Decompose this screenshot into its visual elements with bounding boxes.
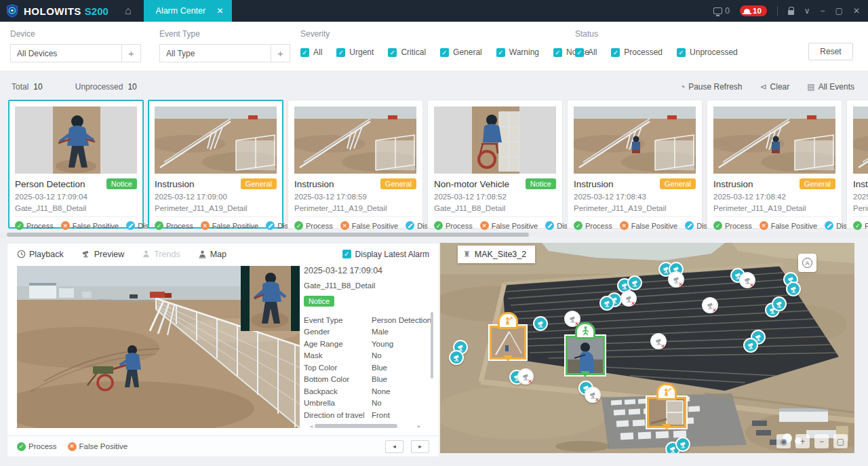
alarm-card[interactable]: InstrusionGeneral2025-03-12 17:08:43Peri… xyxy=(567,100,703,229)
process-label: Process xyxy=(585,222,612,230)
checkbox-severity-urgent[interactable]: ✓Urgent xyxy=(336,47,374,57)
offline-camera-marker[interactable]: ✕ xyxy=(702,297,718,313)
map-site-tab[interactable]: ♜ MAK_Site3_2 xyxy=(458,246,535,263)
home-icon[interactable]: ⌂ xyxy=(115,0,141,22)
offline-camera-marker[interactable]: ✕ xyxy=(739,272,755,288)
ptz-camera-marker[interactable] xyxy=(675,437,690,452)
offline-camera-marker[interactable]: ✕ xyxy=(668,271,684,288)
footer-process-button[interactable]: ✓Process xyxy=(17,442,57,451)
checkbox-status-processed[interactable]: ✓Processed xyxy=(611,47,663,57)
checkbox-severity-all[interactable]: ✓All xyxy=(300,47,322,57)
display-latest-alarm-checkbox[interactable]: ✓Display Latest Alarm xyxy=(342,250,429,259)
cards-scrollbar-thumb[interactable] xyxy=(7,233,529,237)
false-positive-icon: ✕ xyxy=(340,221,349,230)
monitor-counter[interactable]: 0 xyxy=(713,6,730,16)
ptz-camera-marker[interactable] xyxy=(599,296,614,311)
alarm-card[interactable]: Person DetectionNotice2025-03-12 17:09:0… xyxy=(8,100,144,229)
card-title-row: InstrusionGeneral xyxy=(155,178,277,189)
ptz-camera-marker[interactable] xyxy=(743,338,758,353)
reset-button[interactable]: Reset xyxy=(808,43,853,60)
offline-camera-marker[interactable]: ✕ xyxy=(620,290,637,307)
tab-playback[interactable]: Playback xyxy=(17,250,64,259)
alarm-popup-marker[interactable] xyxy=(566,336,605,375)
tab-alarm-center[interactable]: Alarm Center ✕ xyxy=(144,0,232,22)
process-label: Process xyxy=(446,222,473,230)
restore-button[interactable]: ▢ xyxy=(835,6,843,16)
alarm-thumbnail xyxy=(713,106,835,174)
checkbox-status-all[interactable]: ✓All xyxy=(575,47,597,57)
alarm-popup-marker[interactable] xyxy=(490,326,526,360)
attribute-value: Front xyxy=(372,411,390,419)
tab-close-icon[interactable]: ✕ xyxy=(216,6,223,16)
checkbox-label: Processed xyxy=(624,47,663,57)
alarm-card[interactable]: InstrusionGeneral2025-03-12 17:08:42Peri… xyxy=(707,100,842,229)
lock-icon[interactable] xyxy=(788,10,794,15)
close-button[interactable]: ✕ xyxy=(853,6,860,16)
offline-camera-marker[interactable]: ✕ xyxy=(650,333,667,349)
tab-preview[interactable]: Preview xyxy=(81,250,124,259)
ptz-camera-marker[interactable] xyxy=(627,275,642,290)
all-events-button[interactable]: ▤ All Events xyxy=(807,82,854,92)
detail-horizontal-scrollbar[interactable]: ◂ ▸ xyxy=(308,423,422,429)
scroll-left-icon[interactable]: ◂ xyxy=(308,423,315,429)
map-panel[interactable]: ♜ MAK_Site3_2 A ✕✕✕✕✕✕✕✕ ◉+−▢ xyxy=(440,243,854,453)
card-process-button[interactable]: ✓Process xyxy=(574,221,612,230)
minimize-button[interactable]: − xyxy=(821,6,825,16)
ptz-camera-marker[interactable] xyxy=(772,296,787,311)
ptz-camera-marker[interactable] xyxy=(786,281,801,296)
pause-refresh-button[interactable]: ◔ Pause Refresh xyxy=(680,82,743,92)
chevron-down-icon[interactable]: ∨ xyxy=(804,6,810,16)
device-add-button[interactable]: + xyxy=(121,44,141,62)
scroll-right-icon[interactable]: ▸ xyxy=(416,423,422,429)
card-false-positive-button[interactable]: ✕False Positive xyxy=(760,221,817,230)
dismiss-icon xyxy=(825,221,833,230)
alarm-card[interactable]: Non-motor VehicleNotice2025-03-12 17:08:… xyxy=(427,100,563,229)
offline-camera-marker[interactable]: ✕ xyxy=(585,387,601,403)
event-type-input[interactable]: All Type xyxy=(159,44,271,62)
alarm-card[interactable]: InstrusionGeneral2025-03-12Perimeter_J11… xyxy=(846,100,868,229)
ptz-camera-marker[interactable] xyxy=(449,350,464,365)
card-process-button[interactable]: ✓Process xyxy=(713,221,752,230)
alarm-counter-badge[interactable]: 10 xyxy=(740,5,767,16)
card-false-positive-button[interactable]: ✕False Positive xyxy=(480,221,538,230)
checkbox-severity-critical[interactable]: ✓Critical xyxy=(388,47,426,57)
prev-page-button[interactable]: ◂ xyxy=(385,440,403,453)
checkbox-severity-warning[interactable]: ✓Warning xyxy=(496,47,539,57)
card-process-button[interactable]: ✓Process xyxy=(853,221,868,230)
map-locate-button[interactable]: A xyxy=(798,254,816,272)
video-player[interactable] xyxy=(17,266,300,428)
detail-vertical-scrollbar[interactable] xyxy=(431,312,433,378)
alarm-card[interactable]: InstrusionGeneral2025-03-12 17:09:00Peri… xyxy=(148,100,283,229)
card-process-button[interactable]: ✓Process xyxy=(294,221,333,230)
tab-map[interactable]: Map xyxy=(198,250,226,259)
card-false-positive-button[interactable]: ✕False Positive xyxy=(340,221,398,230)
card-process-button[interactable]: ✓Process xyxy=(155,221,193,230)
card-time: 2025-03-12 17:08:42 xyxy=(713,193,835,201)
card-process-button[interactable]: ✓Process xyxy=(434,221,473,230)
ptz-camera-marker[interactable] xyxy=(533,316,548,331)
card-false-positive-button[interactable]: ✕False Positive xyxy=(620,221,677,230)
checkbox-status-unprocessed[interactable]: ✓Unprocessed xyxy=(677,47,738,57)
cards-scrollbar[interactable] xyxy=(0,232,868,237)
status-label: Status xyxy=(575,29,752,39)
checkbox-severity-general[interactable]: ✓General xyxy=(440,47,482,57)
alarm-popup-marker[interactable] xyxy=(647,397,686,428)
next-page-button[interactable]: ▸ xyxy=(411,440,429,453)
detail-hscroll-thumb[interactable] xyxy=(315,424,397,428)
offline-camera-marker[interactable]: ✕ xyxy=(517,368,534,385)
zoom-in-control-button[interactable]: + xyxy=(795,434,810,448)
false-positive-icon: ✕ xyxy=(201,221,210,230)
device-input[interactable]: All Devices xyxy=(10,44,121,62)
card-false-positive-button[interactable]: ✕False Positive xyxy=(61,221,119,230)
severity-filter: Severity ✓All✓Urgent✓Critical✓General✓Wa… xyxy=(300,29,604,57)
card-process-button[interactable]: ✓Process xyxy=(15,221,54,230)
fit-control-button[interactable]: ▢ xyxy=(833,434,848,448)
attribute-key: Age Range xyxy=(304,340,372,348)
clear-button[interactable]: ⊲ Clear xyxy=(760,82,790,92)
snapshot-control-button[interactable]: ◉ xyxy=(776,434,791,448)
footer-false-positive-button[interactable]: ✕False Positive xyxy=(68,442,128,451)
alarm-card[interactable]: InstrusionGeneral2025-03-12 17:08:59Peri… xyxy=(288,100,423,229)
card-false-positive-button[interactable]: ✕False Positive xyxy=(201,221,258,230)
zoom-out-control-button[interactable]: − xyxy=(814,434,829,448)
event-type-add-button[interactable]: + xyxy=(271,44,290,62)
